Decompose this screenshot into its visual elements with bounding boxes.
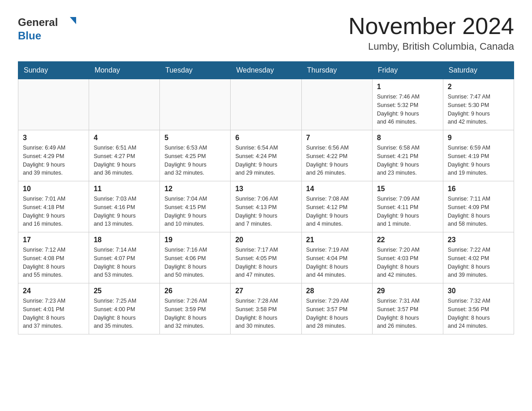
- weekday-header: Wednesday: [231, 62, 301, 79]
- calendar-week-row: 1Sunrise: 7:46 AM Sunset: 5:32 PM Daylig…: [18, 79, 514, 130]
- day-number: 19: [164, 236, 226, 244]
- day-info: Sunrise: 7:11 AM Sunset: 4:09 PM Dayligh…: [448, 195, 509, 228]
- logo: General Blue: [18, 13, 81, 44]
- day-number: 2: [448, 83, 509, 91]
- day-number: 8: [377, 134, 438, 142]
- calendar-cell: 24Sunrise: 7:23 AM Sunset: 4:01 PM Dayli…: [18, 283, 89, 334]
- logo-svg: General Blue: [18, 13, 81, 44]
- day-info: Sunrise: 7:25 AM Sunset: 4:00 PM Dayligh…: [94, 297, 155, 330]
- day-number: 9: [448, 134, 509, 142]
- weekday-header: Thursday: [301, 62, 372, 79]
- calendar-cell: 2Sunrise: 7:47 AM Sunset: 5:30 PM Daylig…: [443, 79, 514, 130]
- weekday-header: Sunday: [18, 62, 89, 79]
- day-info: Sunrise: 7:20 AM Sunset: 4:03 PM Dayligh…: [377, 246, 438, 279]
- calendar-cell: 17Sunrise: 7:12 AM Sunset: 4:08 PM Dayli…: [18, 232, 89, 283]
- day-number: 23: [448, 236, 509, 244]
- day-info: Sunrise: 7:22 AM Sunset: 4:02 PM Dayligh…: [448, 246, 509, 279]
- calendar-week-row: 10Sunrise: 7:01 AM Sunset: 4:18 PM Dayli…: [18, 181, 514, 232]
- header: General Blue November 2024 Lumby, Britis…: [18, 13, 514, 52]
- day-number: 11: [94, 185, 155, 193]
- header-row: SundayMondayTuesdayWednesdayThursdayFrid…: [18, 62, 514, 79]
- day-number: 15: [377, 185, 438, 193]
- day-number: 13: [235, 185, 296, 193]
- day-number: 25: [94, 287, 155, 295]
- calendar-cell: 25Sunrise: 7:25 AM Sunset: 4:00 PM Dayli…: [89, 283, 160, 334]
- day-number: 1: [377, 83, 438, 91]
- calendar-cell: 28Sunrise: 7:29 AM Sunset: 3:57 PM Dayli…: [301, 283, 372, 334]
- day-number: 24: [23, 287, 84, 295]
- day-number: 18: [94, 236, 155, 244]
- day-number: 29: [377, 287, 438, 295]
- day-info: Sunrise: 6:54 AM Sunset: 4:24 PM Dayligh…: [235, 144, 296, 177]
- day-info: Sunrise: 7:19 AM Sunset: 4:04 PM Dayligh…: [306, 246, 368, 279]
- calendar-cell: 21Sunrise: 7:19 AM Sunset: 4:04 PM Dayli…: [301, 232, 372, 283]
- calendar-cell: 19Sunrise: 7:16 AM Sunset: 4:06 PM Dayli…: [160, 232, 231, 283]
- day-info: Sunrise: 7:14 AM Sunset: 4:07 PM Dayligh…: [94, 246, 155, 279]
- calendar-cell: 15Sunrise: 7:09 AM Sunset: 4:11 PM Dayli…: [372, 181, 443, 232]
- day-info: Sunrise: 7:23 AM Sunset: 4:01 PM Dayligh…: [23, 297, 84, 330]
- day-number: 3: [23, 134, 84, 142]
- day-number: 6: [235, 134, 296, 142]
- calendar-cell: 5Sunrise: 6:53 AM Sunset: 4:25 PM Daylig…: [160, 130, 231, 181]
- calendar-cell: 26Sunrise: 7:26 AM Sunset: 3:59 PM Dayli…: [160, 283, 231, 334]
- day-number: 10: [23, 185, 84, 193]
- calendar-cell: 16Sunrise: 7:11 AM Sunset: 4:09 PM Dayli…: [443, 181, 514, 232]
- calendar-cell: 11Sunrise: 7:03 AM Sunset: 4:16 PM Dayli…: [89, 181, 160, 232]
- calendar-cell: 10Sunrise: 7:01 AM Sunset: 4:18 PM Dayli…: [18, 181, 89, 232]
- calendar-cell: 29Sunrise: 7:31 AM Sunset: 3:57 PM Dayli…: [372, 283, 443, 334]
- day-number: 20: [235, 236, 296, 244]
- day-info: Sunrise: 7:06 AM Sunset: 4:13 PM Dayligh…: [235, 195, 296, 228]
- day-info: Sunrise: 6:53 AM Sunset: 4:25 PM Dayligh…: [164, 144, 226, 177]
- calendar-cell: 12Sunrise: 7:04 AM Sunset: 4:15 PM Dayli…: [160, 181, 231, 232]
- calendar-cell: [160, 79, 231, 130]
- calendar-cell: 3Sunrise: 6:49 AM Sunset: 4:29 PM Daylig…: [18, 130, 89, 181]
- day-number: 26: [164, 287, 226, 295]
- day-number: 4: [94, 134, 155, 142]
- calendar-cell: 30Sunrise: 7:32 AM Sunset: 3:56 PM Dayli…: [443, 283, 514, 334]
- day-number: 27: [235, 287, 296, 295]
- day-info: Sunrise: 7:26 AM Sunset: 3:59 PM Dayligh…: [164, 297, 226, 330]
- day-info: Sunrise: 7:47 AM Sunset: 5:30 PM Dayligh…: [448, 93, 509, 126]
- day-number: 16: [448, 185, 509, 193]
- calendar-cell: 8Sunrise: 6:58 AM Sunset: 4:21 PM Daylig…: [372, 130, 443, 181]
- day-info: Sunrise: 7:46 AM Sunset: 5:32 PM Dayligh…: [377, 93, 438, 126]
- calendar-week-row: 17Sunrise: 7:12 AM Sunset: 4:08 PM Dayli…: [18, 232, 514, 283]
- calendar-cell: [18, 79, 89, 130]
- weekday-header: Saturday: [443, 62, 514, 79]
- svg-marker-1: [70, 17, 76, 24]
- day-info: Sunrise: 6:58 AM Sunset: 4:21 PM Dayligh…: [377, 144, 438, 177]
- calendar-cell: 22Sunrise: 7:20 AM Sunset: 4:03 PM Dayli…: [372, 232, 443, 283]
- day-number: 28: [306, 287, 368, 295]
- day-number: 21: [306, 236, 368, 244]
- calendar-cell: 14Sunrise: 7:08 AM Sunset: 4:12 PM Dayli…: [301, 181, 372, 232]
- calendar-week-row: 24Sunrise: 7:23 AM Sunset: 4:01 PM Dayli…: [18, 283, 514, 334]
- day-number: 7: [306, 134, 368, 142]
- day-number: 5: [164, 134, 226, 142]
- calendar-subtitle: Lumby, British Columbia, Canada: [348, 41, 514, 52]
- calendar-cell: 23Sunrise: 7:22 AM Sunset: 4:02 PM Dayli…: [443, 232, 514, 283]
- day-number: 30: [448, 287, 509, 295]
- calendar-cell: 27Sunrise: 7:28 AM Sunset: 3:58 PM Dayli…: [231, 283, 301, 334]
- calendar-title: November 2024: [348, 13, 514, 39]
- weekday-header: Friday: [372, 62, 443, 79]
- calendar-week-row: 3Sunrise: 6:49 AM Sunset: 4:29 PM Daylig…: [18, 130, 514, 181]
- day-info: Sunrise: 6:56 AM Sunset: 4:22 PM Dayligh…: [306, 144, 368, 177]
- svg-text:Blue: Blue: [18, 30, 41, 42]
- calendar-cell: [89, 79, 160, 130]
- calendar-cell: [301, 79, 372, 130]
- calendar-cell: 6Sunrise: 6:54 AM Sunset: 4:24 PM Daylig…: [231, 130, 301, 181]
- day-info: Sunrise: 7:16 AM Sunset: 4:06 PM Dayligh…: [164, 246, 226, 279]
- day-number: 14: [306, 185, 368, 193]
- weekday-header: Tuesday: [160, 62, 231, 79]
- calendar-table: SundayMondayTuesdayWednesdayThursdayFrid…: [18, 61, 514, 334]
- title-area: November 2024 Lumby, British Columbia, C…: [348, 13, 514, 52]
- day-info: Sunrise: 7:31 AM Sunset: 3:57 PM Dayligh…: [377, 297, 438, 330]
- weekday-header: Monday: [89, 62, 160, 79]
- calendar-cell: 20Sunrise: 7:17 AM Sunset: 4:05 PM Dayli…: [231, 232, 301, 283]
- calendar-cell: 9Sunrise: 6:59 AM Sunset: 4:19 PM Daylig…: [443, 130, 514, 181]
- day-info: Sunrise: 7:32 AM Sunset: 3:56 PM Dayligh…: [448, 297, 509, 330]
- calendar-cell: 13Sunrise: 7:06 AM Sunset: 4:13 PM Dayli…: [231, 181, 301, 232]
- day-info: Sunrise: 6:59 AM Sunset: 4:19 PM Dayligh…: [448, 144, 509, 177]
- calendar-cell: [231, 79, 301, 130]
- day-info: Sunrise: 7:29 AM Sunset: 3:57 PM Dayligh…: [306, 297, 368, 330]
